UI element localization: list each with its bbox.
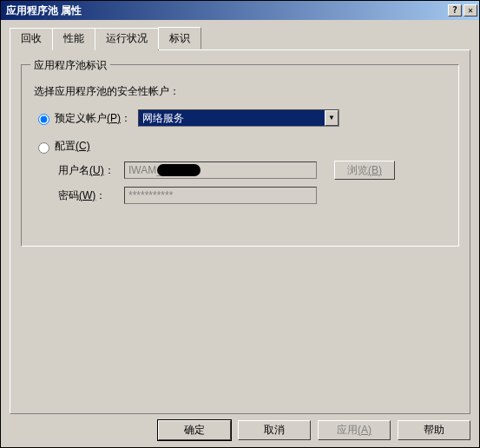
password-field (124, 187, 317, 204)
predefined-radio[interactable] (38, 114, 49, 125)
cancel-button[interactable]: 取消 (238, 420, 311, 440)
predefined-account-dropdown[interactable]: 网络服务 ▼ (138, 109, 339, 127)
configure-label: 配置(C) (55, 139, 90, 154)
tab-recycle[interactable]: 回收 (10, 28, 53, 50)
configure-row: 配置(C) (34, 139, 446, 154)
help-icon[interactable]: ? (448, 4, 462, 16)
predefined-account-row: 预定义帐户(P)： 网络服务 ▼ (34, 109, 446, 127)
titlebar: 应用程序池 属性 ? ✕ (1, 1, 479, 20)
tab-performance[interactable]: 性能 (52, 28, 95, 50)
identity-groupbox: 应用程序池标识 选择应用程序池的安全性帐户： 预定义帐户(P)： 网络服务 ▼ (21, 64, 459, 247)
prompt-label: 选择应用程序池的安全性帐户： (34, 84, 446, 99)
help-button[interactable]: 帮助 (398, 420, 470, 440)
username-row: 用户名(U)： 浏览(B) (58, 161, 446, 180)
dialog-window: 应用程序池 属性 ? ✕ 回收 性能 运行状况 标识 应用程序池标识 选择应用程… (0, 0, 480, 448)
redacted-block (157, 164, 201, 176)
tab-health[interactable]: 运行状况 (95, 28, 159, 50)
groupbox-legend: 应用程序池标识 (30, 58, 110, 73)
content-area: 回收 性能 运行状况 标识 应用程序池标识 选择应用程序池的安全性帐户： 预定义… (1, 20, 479, 415)
tab-strip: 回收 性能 运行状况 标识 (10, 27, 470, 49)
browse-button: 浏览(B) (334, 161, 395, 180)
button-bar: 确定 取消 应用(A) 帮助 (1, 415, 479, 447)
dropdown-selected: 网络服务 (139, 110, 325, 126)
close-icon[interactable]: ✕ (464, 4, 477, 16)
tab-identity[interactable]: 标识 (158, 27, 201, 49)
chevron-down-icon[interactable]: ▼ (325, 110, 339, 126)
window-title: 应用程序池 属性 (6, 3, 446, 18)
password-row: 密码(W)： (58, 187, 446, 204)
apply-button: 应用(A) (318, 420, 391, 440)
username-label: 用户名(U)： (58, 163, 124, 178)
password-label: 密码(W)： (58, 188, 124, 203)
predefined-label: 预定义帐户(P)： (55, 111, 131, 126)
configure-radio[interactable] (38, 142, 49, 154)
ok-button[interactable]: 确定 (158, 420, 231, 440)
tab-panel-identity: 应用程序池标识 选择应用程序池的安全性帐户： 预定义帐户(P)： 网络服务 ▼ (10, 49, 470, 414)
username-field (124, 161, 317, 179)
